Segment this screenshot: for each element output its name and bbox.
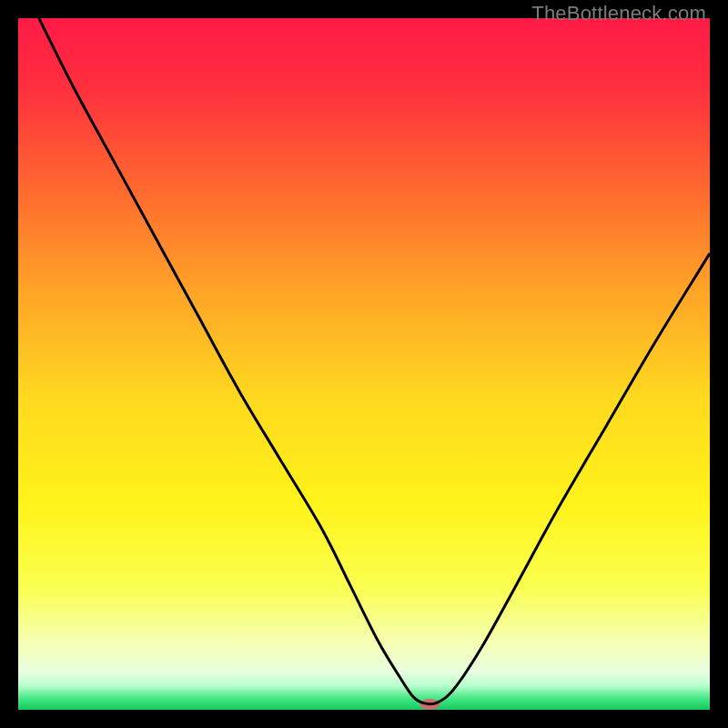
bottleneck-chart (18, 18, 710, 710)
gradient-background (18, 18, 710, 710)
watermark-text: TheBottleneck.com (531, 2, 706, 25)
chart-frame (18, 18, 710, 710)
